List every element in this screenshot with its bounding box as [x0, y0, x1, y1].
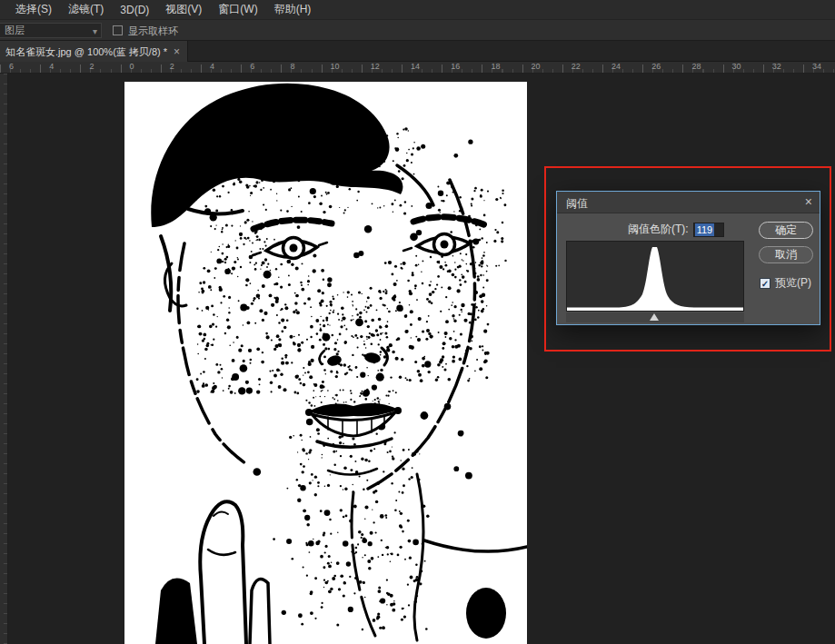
ruler-label: 30	[732, 62, 741, 71]
ruler-label: 6	[250, 62, 254, 71]
threshold-dialog: 阈值 × 阈值色阶(T): 119 确定 取消 ✓ 预览(P)	[556, 191, 820, 325]
threshold-level-row: 阈值色阶(T): 119	[628, 222, 724, 237]
sample-dropdown[interactable]: 图层 ▾	[0, 23, 102, 38]
threshold-portrait	[124, 82, 527, 644]
preview-row: ✓ 预览(P)	[760, 275, 811, 291]
menu-window[interactable]: 窗口(W)	[210, 2, 265, 17]
ruler-label: 2	[170, 62, 174, 71]
ruler-label: 18	[491, 62, 500, 71]
ruler-label: 8	[290, 62, 294, 71]
ruler-label: 22	[572, 62, 581, 71]
sample-dropdown-value: 图层	[5, 25, 25, 35]
ruler-label: 6	[9, 62, 14, 71]
chevron-down-icon: ▾	[93, 25, 97, 38]
document-tab-title: 知名雀斑女.jpg @ 100%(蓝 拷贝/8) *	[5, 42, 167, 62]
preview-checkbox[interactable]: ✓	[760, 278, 770, 289]
threshold-slider-track[interactable]	[566, 312, 744, 322]
show-sampling-ring-checkbox[interactable]	[113, 25, 123, 35]
ruler-label: 12	[371, 62, 380, 71]
menu-3d[interactable]: 3D(D)	[112, 4, 157, 16]
ruler-label: 24	[611, 62, 621, 71]
ruler-label: 14	[411, 62, 420, 71]
ruler-label: 2	[89, 62, 94, 71]
dialog-title: 阈值	[566, 196, 588, 212]
menu-view[interactable]: 视图(V)	[157, 2, 210, 17]
ruler-label: 4	[210, 62, 214, 71]
cancel-button[interactable]: 取消	[759, 246, 813, 263]
ruler-label: 34	[812, 62, 821, 71]
vertical-ruler	[0, 74, 8, 644]
document-canvas-threshold-image[interactable]	[124, 82, 527, 644]
threshold-slider-thumb[interactable]	[650, 313, 659, 321]
document-tab[interactable]: 知名雀斑女.jpg @ 100%(蓝 拷贝/8) * ×	[0, 41, 188, 62]
dialog-titlebar[interactable]: 阈值 ×	[557, 192, 820, 213]
ruler-label: 16	[451, 62, 460, 71]
ruler-label: 0	[130, 62, 134, 71]
menu-filter[interactable]: 滤镜(T)	[60, 2, 112, 17]
ruler-label: 26	[651, 62, 661, 71]
show-sampling-ring-label: 显示取样环	[128, 25, 178, 38]
ruler-label: 10	[331, 62, 340, 71]
ruler-label: 32	[772, 62, 781, 71]
tab-strip: 知名雀斑女.jpg @ 100%(蓝 拷贝/8) * ×	[0, 41, 835, 62]
threshold-level-input[interactable]: 119	[693, 223, 724, 237]
check-icon: ✓	[761, 279, 769, 289]
ok-button[interactable]: 确定	[759, 222, 813, 239]
menu-bar: 选择(S) 滤镜(T) 3D(D) 视图(V) 窗口(W) 帮助(H)	[0, 0, 835, 20]
horizontal-ruler: 6420246810121416182022242628303234	[0, 62, 835, 74]
close-icon[interactable]: ×	[805, 194, 812, 209]
ruler-label: 4	[49, 62, 54, 71]
menu-select[interactable]: 选择(S)	[7, 2, 60, 17]
options-bar: 图层 ▾ 显示取样环	[0, 20, 835, 41]
threshold-level-value: 119	[695, 223, 715, 236]
histogram	[566, 241, 744, 312]
threshold-level-label: 阈值色阶(T):	[628, 222, 689, 237]
ruler-label: 28	[691, 62, 701, 71]
canvas-area	[0, 74, 835, 644]
photoshop-window: 选择(S) 滤镜(T) 3D(D) 视图(V) 窗口(W) 帮助(H) 图层 ▾…	[0, 0, 835, 644]
close-icon[interactable]: ×	[174, 42, 180, 62]
preview-label: 预览(P)	[775, 275, 811, 291]
ruler-label: 20	[532, 62, 541, 71]
menu-help[interactable]: 帮助(H)	[266, 2, 320, 17]
